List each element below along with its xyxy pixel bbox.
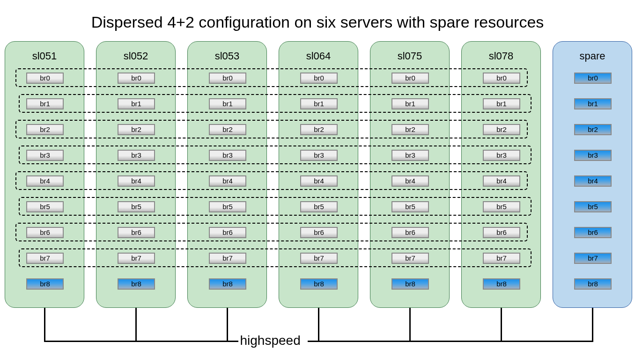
brick-br2: br2 [574, 124, 612, 135]
network-drop [227, 308, 228, 342]
disperse-set-row-5 [19, 197, 532, 216]
network-drop [44, 308, 45, 342]
brick-br8: br8 [300, 278, 338, 290]
brick-br6: br6 [574, 227, 612, 238]
brick-br5: br5 [574, 201, 612, 212]
brick-br3: br3 [574, 150, 612, 161]
server-label: sl053 [188, 50, 266, 62]
disperse-set-row-0 [15, 68, 528, 87]
disperse-set-row-7 [19, 248, 532, 267]
server-spare: sparebr0br1br2br3br4br5br6br7br8 [553, 41, 632, 308]
server-label: sl052 [96, 50, 175, 62]
network-drop [501, 308, 502, 342]
brick-br8: br8 [118, 278, 155, 290]
network-drop [318, 308, 319, 342]
brick-br8: br8 [26, 278, 64, 290]
network-bus [44, 341, 238, 342]
disperse-set-row-2 [15, 120, 528, 138]
network-bus [308, 341, 593, 342]
server-label: spare [553, 50, 632, 62]
network-drop [135, 308, 137, 342]
disperse-set-row-6 [15, 223, 528, 241]
server-label: sl064 [279, 50, 358, 62]
brick-br8: br8 [483, 278, 520, 290]
diagram-title: Dispersed 4+2 configuration on six serve… [0, 13, 635, 31]
server-label: sl078 [462, 50, 540, 62]
brick-br8: br8 [209, 278, 246, 290]
network-label: highspeed [240, 333, 301, 348]
disperse-set-row-3 [19, 146, 532, 164]
brick-br7: br7 [574, 253, 612, 264]
network-drop [592, 308, 593, 342]
brick-br8: br8 [574, 278, 612, 290]
server-label: sl075 [370, 50, 449, 62]
server-label: sl051 [5, 50, 84, 62]
brick-br0: br0 [574, 73, 612, 84]
disperse-set-row-4 [15, 171, 528, 190]
brick-br1: br1 [574, 98, 612, 109]
brick-br4: br4 [574, 175, 612, 187]
disperse-set-row-1 [19, 94, 532, 113]
network-drop [409, 308, 411, 342]
brick-br8: br8 [391, 278, 429, 290]
